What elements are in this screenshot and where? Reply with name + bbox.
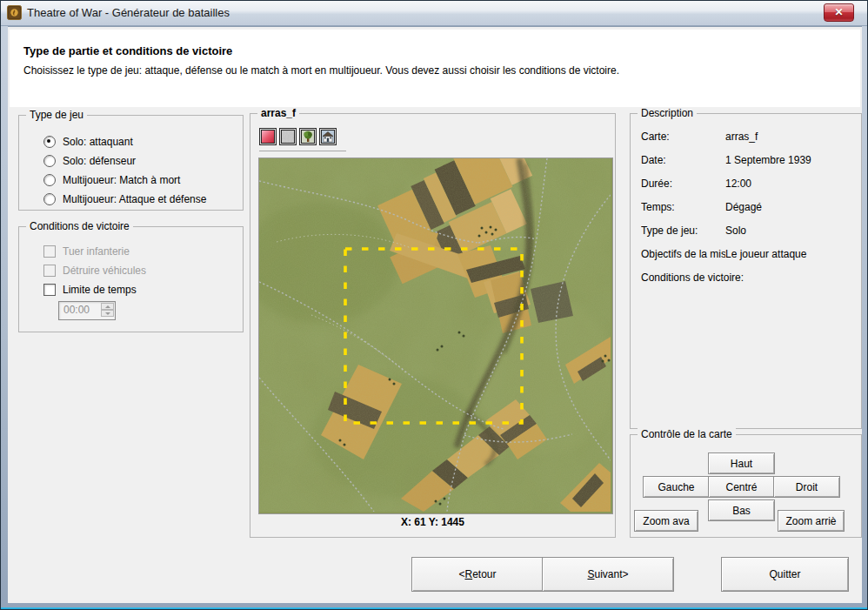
center-map-label: Centré xyxy=(725,481,757,493)
description-value: 1 Septembre 1939 xyxy=(725,154,811,166)
time-limit-spinner[interactable]: 00:00 xyxy=(58,301,116,320)
content-area: Type de partie et conditions de victoire… xyxy=(8,26,862,603)
checkbox-icon xyxy=(43,245,56,258)
checkbox-time-limit[interactable]: Limite de temps xyxy=(43,283,137,297)
description-row-date: Date: 1 Septembre 1939 xyxy=(641,154,856,178)
victory-legend: Conditions de victoire xyxy=(26,220,133,232)
radio-icon xyxy=(43,174,56,186)
next-button[interactable]: Suivant> xyxy=(542,557,674,592)
map-controls-legend: Contrôle de la carte xyxy=(638,428,736,440)
back-label-accel: R xyxy=(464,568,472,580)
app-window: Theatre of War - Générateur de batailles… xyxy=(0,0,868,610)
description-value: Solo xyxy=(725,225,746,237)
spinner-up-icon xyxy=(105,305,110,308)
tree-icon xyxy=(300,129,316,144)
zoom-in-button[interactable]: Zoom ava xyxy=(634,510,698,532)
radio-solo-attacker[interactable]: Solo: attaquant xyxy=(43,135,133,149)
description-row-victory: Conditions de victoire: xyxy=(641,271,856,295)
next-label-rest: uivant> xyxy=(594,568,628,580)
pan-down-button[interactable]: Bas xyxy=(708,499,775,521)
map-controls-group: Contrôle de la carte Haut Gauche Centré … xyxy=(630,434,862,538)
pan-up-label: Haut xyxy=(731,458,752,470)
wizard-header: Type de partie et conditions de victoire… xyxy=(10,30,860,107)
description-label: Carte: xyxy=(641,131,725,143)
pan-right-label: Droit xyxy=(796,481,818,493)
description-value: Le joueur attaque xyxy=(725,248,806,260)
radio-multi-deathmatch[interactable]: Multijoueur: Match à mort xyxy=(43,173,180,187)
description-label: Type de jeu: xyxy=(641,225,725,237)
checkbox-label: Limite de temps xyxy=(63,284,137,296)
description-legend: Description xyxy=(638,107,697,119)
radio-icon xyxy=(43,193,56,205)
quit-button[interactable]: Quitter xyxy=(721,557,849,592)
radio-label: Solo: défenseur xyxy=(63,155,136,167)
pan-right-button[interactable]: Droit xyxy=(773,476,840,498)
description-value: arras_f xyxy=(725,131,758,143)
zoom-out-button[interactable]: Zoom arriè xyxy=(778,510,845,532)
description-rows: Carte: arras_f Date: 1 Septembre 1939 Du… xyxy=(641,131,856,295)
texture-gray-icon xyxy=(280,129,296,144)
back-label-rest: etour xyxy=(472,568,496,580)
pan-down-label: Bas xyxy=(732,505,751,517)
victory-conditions-group: Conditions de victoire Tuer infanterie D… xyxy=(18,226,244,332)
game-type-group: Type de jeu Solo: attaquant Solo: défens… xyxy=(18,115,244,211)
checkbox-icon xyxy=(43,284,56,296)
building-icon xyxy=(320,129,336,144)
pan-up-button[interactable]: Haut xyxy=(708,452,775,474)
map-preview[interactable] xyxy=(258,158,613,514)
map-tool-texture-button[interactable] xyxy=(279,128,297,145)
close-icon: ✕ xyxy=(834,6,843,18)
close-button[interactable]: ✕ xyxy=(824,3,854,22)
zoom-out-label: Zoom arriè xyxy=(785,515,836,527)
description-label: Date: xyxy=(641,154,725,166)
mask-red-icon xyxy=(260,129,276,144)
checkbox-kill-infantry: Tuer infanterie xyxy=(43,245,130,258)
checkbox-destroy-vehicles: Détruire véhicules xyxy=(43,264,146,278)
description-group: Description Carte: arras_f Date: 1 Septe… xyxy=(630,113,862,429)
radio-label: Multijoueur: Match à mort xyxy=(63,174,180,186)
checkbox-label: Détruire véhicules xyxy=(63,265,146,277)
time-limit-value: 00:00 xyxy=(63,304,90,316)
quit-label: Quitter xyxy=(769,568,800,580)
pan-left-label: Gauche xyxy=(658,481,694,493)
window-title: Theatre of War - Générateur de batailles xyxy=(27,1,230,25)
radio-label: Multijoueur: Attaque et défense xyxy=(63,193,206,205)
map-tool-mask-button[interactable] xyxy=(259,128,277,145)
spinner-down-button[interactable] xyxy=(101,310,114,317)
description-value: 12:00 xyxy=(725,178,751,190)
page-subtitle: Choisissez le type de jeu: attaque, défe… xyxy=(23,64,619,77)
map-coordinates: X: 61 Y: 1445 xyxy=(250,516,615,528)
window-bottom-edge xyxy=(1,607,867,609)
map-tool-buildings-button[interactable] xyxy=(319,128,337,145)
spinner-up-button[interactable] xyxy=(101,303,114,310)
zoom-in-label: Zoom ava xyxy=(643,515,689,527)
radio-label: Solo: attaquant xyxy=(63,136,133,148)
map-group: arras_f xyxy=(250,113,616,538)
map-name-legend: arras_f xyxy=(257,107,299,119)
spinner-down-icon xyxy=(105,312,110,315)
description-row-duration: Durée: 12:00 xyxy=(641,178,856,201)
description-label: Conditions de victoire: xyxy=(641,271,744,284)
terrain-map-image xyxy=(259,158,611,512)
back-button[interactable]: <Retour xyxy=(411,557,544,592)
checkbox-icon xyxy=(43,265,56,277)
page-title: Type de partie et conditions de victoire xyxy=(23,44,232,57)
description-label: Durée: xyxy=(641,178,725,190)
game-type-legend: Type de jeu xyxy=(26,109,87,121)
map-tool-trees-button[interactable] xyxy=(299,128,317,145)
description-row-game-type: Type de jeu: Solo xyxy=(641,225,856,248)
pan-left-button[interactable]: Gauche xyxy=(643,476,710,498)
description-label: Temps: xyxy=(641,201,725,213)
description-row-weather: Temps: Dégagé xyxy=(641,201,856,225)
app-icon xyxy=(7,5,22,20)
description-value: Dégagé xyxy=(725,201,762,213)
description-row-objectives: Objectifs de la mis: Le joueur attaque xyxy=(641,248,856,271)
radio-icon xyxy=(43,136,56,148)
center-map-button[interactable]: Centré xyxy=(708,476,775,498)
back-label-prefix: < xyxy=(458,568,464,580)
description-label: Objectifs de la mis: xyxy=(641,248,725,260)
next-label-accel: S xyxy=(587,568,594,580)
radio-solo-defender[interactable]: Solo: défenseur xyxy=(43,154,136,168)
radio-multi-attack-defense[interactable]: Multijoueur: Attaque et défense xyxy=(43,192,206,206)
radio-icon xyxy=(43,155,56,167)
